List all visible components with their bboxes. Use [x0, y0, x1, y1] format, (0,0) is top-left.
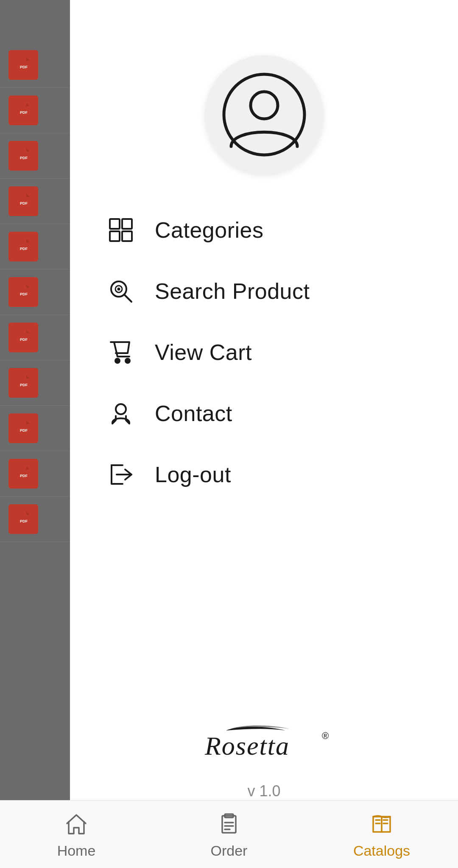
logo-area: Rosetta ® v 1.0: [184, 723, 345, 800]
rosetta-logo: Rosetta ®: [184, 723, 345, 765]
svg-rect-27: [222, 816, 236, 833]
navigation-drawer: Categories Search Product: [70, 0, 458, 868]
svg-point-11: [224, 74, 304, 155]
pdf-icon: PDF: [8, 459, 38, 489]
view-cart-label: View Cart: [155, 340, 252, 365]
menu-item-view-cart[interactable]: View Cart: [104, 322, 424, 383]
pdf-icon: PDF: [8, 186, 38, 216]
menu-item-contact[interactable]: Contact: [104, 383, 424, 444]
svg-point-21: [115, 359, 120, 363]
bottom-navigation: Home Order Ca: [0, 800, 458, 868]
svg-rect-15: [110, 231, 120, 241]
contact-label: Contact: [155, 401, 232, 426]
pdf-icon: PDF: [8, 141, 38, 171]
svg-text:PDF: PDF: [20, 292, 28, 296]
pdf-icon: PDF: [8, 96, 38, 125]
pdf-icon: PDF: [8, 413, 38, 443]
svg-text:PDF: PDF: [20, 110, 28, 115]
svg-text:PDF: PDF: [20, 428, 28, 433]
svg-text:PDF: PDF: [20, 65, 28, 69]
svg-line-18: [124, 295, 131, 302]
svg-text:PDF: PDF: [20, 156, 28, 160]
nav-home[interactable]: Home: [0, 809, 153, 859]
menu-item-logout[interactable]: Log-out: [104, 444, 424, 505]
order-icon: [214, 809, 244, 839]
user-avatar: [222, 72, 307, 157]
pdf-icon: PDF: [8, 232, 38, 261]
svg-text:PDF: PDF: [20, 519, 28, 523]
svg-point-22: [126, 359, 130, 363]
svg-text:PDF: PDF: [20, 474, 28, 478]
menu-item-search-product[interactable]: Search Product: [104, 261, 424, 322]
svg-point-12: [251, 92, 278, 119]
home-icon: [61, 809, 91, 839]
logout-icon: [104, 458, 138, 492]
svg-rect-13: [110, 219, 120, 229]
svg-text:PDF: PDF: [20, 337, 28, 342]
pdf-icon: PDF: [8, 323, 38, 352]
catalogs-nav-label: Catalogs: [353, 843, 410, 859]
pdf-icon: PDF: [8, 504, 38, 534]
svg-text:Rosetta: Rosetta: [204, 731, 290, 760]
cart-icon: [104, 335, 138, 369]
order-nav-label: Order: [211, 843, 248, 859]
version-label: v 1.0: [247, 782, 280, 800]
svg-text:PDF: PDF: [20, 201, 28, 205]
nav-order[interactable]: Order: [153, 809, 305, 859]
menu-item-categories[interactable]: Categories: [104, 199, 424, 261]
logout-label: Log-out: [155, 462, 231, 487]
avatar-container: [205, 55, 324, 174]
svg-text:®: ®: [322, 730, 329, 741]
search-product-icon: [104, 274, 138, 308]
catalogs-icon: [367, 809, 397, 839]
svg-point-20: [118, 289, 120, 290]
contact-icon: [104, 396, 138, 430]
svg-rect-16: [122, 231, 132, 241]
svg-point-23: [116, 404, 126, 414]
categories-label: Categories: [155, 217, 263, 243]
grid-icon: [104, 213, 138, 247]
pdf-icon: PDF: [8, 368, 38, 398]
svg-text:PDF: PDF: [20, 383, 28, 387]
pdf-icon: PDF: [8, 50, 38, 80]
search-product-label: Search Product: [155, 278, 310, 304]
pdf-icon: PDF: [8, 277, 38, 307]
svg-text:PDF: PDF: [20, 247, 28, 251]
home-nav-label: Home: [57, 843, 96, 859]
menu-list: Categories Search Product: [70, 174, 458, 505]
nav-catalogs[interactable]: Catalogs: [305, 809, 458, 859]
svg-rect-14: [122, 219, 132, 229]
